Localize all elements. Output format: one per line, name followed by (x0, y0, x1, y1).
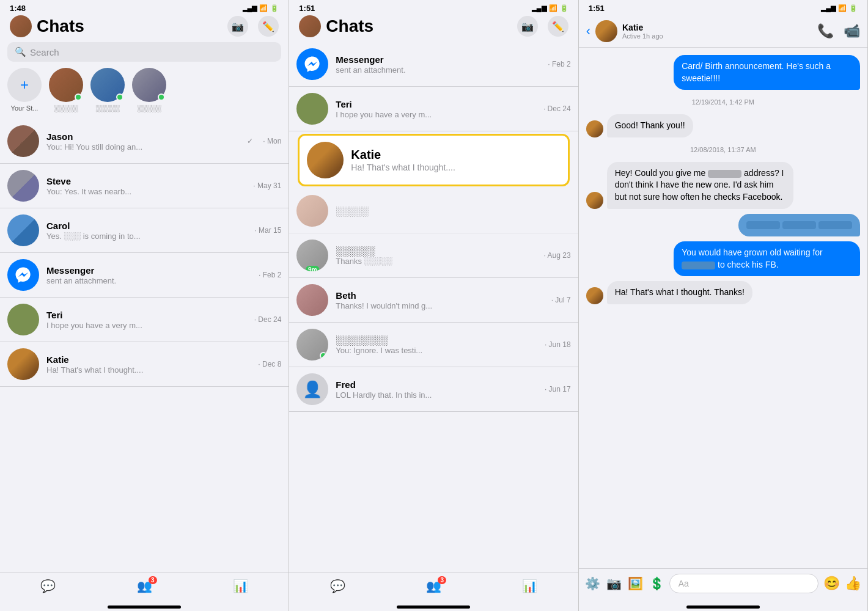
chat-item-teri2[interactable]: Teri I hope you have a very m... · Dec 2… (289, 87, 578, 131)
story-avatar-3 (132, 68, 166, 102)
battery-icon-2: 🔋 (560, 4, 568, 12)
story-item-2[interactable]: ░░░░░ (90, 68, 125, 112)
chat-content-unknown1: ░░░░░░ Thanks ░░░░░ (336, 246, 536, 266)
search-bar-1[interactable]: 🔍 Search (7, 42, 281, 62)
chat-preview-fred: LOL Hardly that. In this in... (336, 390, 537, 400)
chat-item-steve[interactable]: Steve You: Yes. It was nearb... · May 31 (0, 164, 289, 208)
camera-input-icon[interactable]: 📷 (606, 576, 622, 591)
wifi-icon-3: 📶 (838, 4, 847, 12)
chat-item-messenger1[interactable]: Messenger sent an attachment. · Feb 2 (0, 253, 289, 298)
chat-item-beth[interactable]: Beth Thanks! I wouldn't mind g... · Jul … (289, 278, 578, 323)
status-icons-3: ▂▄▆ 📶 🔋 (821, 4, 858, 12)
bubble-received-3: Ha! That's what I thought. Thanks! (607, 281, 752, 304)
chat-item-carol[interactable]: Carol Yes. ░░░ is coming in to... · Mar … (0, 208, 289, 253)
chat-item-jason[interactable]: Jason You: Hi! You still doing an... ✓ ·… (0, 119, 289, 164)
avatar-chris (296, 195, 328, 227)
chat-time-unknown1: · Aug 23 (544, 251, 571, 260)
chat-name-unknown2: ░░░░░░░░ (336, 335, 537, 345)
people-badge-2: 3 (438, 576, 446, 584)
battery-icon-3: 🔋 (849, 4, 858, 12)
chat-item-katie1[interactable]: Katie Ha! That's what I thought.... · De… (0, 342, 289, 387)
dots-icon[interactable]: ⚙️ (585, 576, 600, 591)
msg-row-6: Ha! That's what I thought. Thanks! (586, 281, 860, 304)
avatar-messenger1 (7, 259, 39, 291)
avatar-fred: 👤 (296, 373, 328, 405)
user-avatar-1[interactable] (10, 15, 32, 37)
chat-preview-steve: You: Yes. It was nearb... (46, 187, 246, 196)
tab-people-2[interactable]: 👥 3 (426, 579, 441, 593)
chat-content-beth: Beth Thanks! I wouldn't mind g... (336, 290, 543, 310)
msg-row-2: Good! Thank you!! (586, 114, 860, 137)
chat-content-jason: Jason You: Hi! You still doing an... (46, 131, 240, 152)
search-placeholder-1: Search (30, 47, 59, 57)
story-item-1[interactable]: ░░░░░ (49, 68, 83, 112)
tab-chats-1[interactable]: 💬 (40, 579, 56, 593)
avatar-unknown1: 9m (296, 240, 328, 271)
chat-name-chris: ░░░░░ (336, 206, 570, 216)
chat-time-jason: · Mon (263, 137, 281, 145)
contact-avatar[interactable] (595, 20, 617, 42)
status-time-2: 1:51 (299, 4, 315, 13)
photo-input-icon[interactable]: 🖼️ (628, 576, 643, 591)
compose-button-2[interactable]: ✏️ (548, 16, 568, 37)
tab-discover-2[interactable]: 📊 (522, 579, 537, 593)
msg-row-5: You would have grown old waiting for to … (586, 241, 860, 276)
katie-highlight-container: Katie Ha! That's what I thought.... (289, 134, 578, 186)
thumbs-up-icon[interactable]: 👍 (845, 576, 861, 591)
chat-time-messenger2: · Feb 2 (548, 60, 570, 68)
chat-preview-jason: You: Hi! You still doing an... (46, 142, 240, 152)
status-bar-3: 1:51 ▂▄▆ 📶 🔋 (579, 0, 867, 15)
chat-preview-unknown1: Thanks ░░░░░ (336, 257, 536, 266)
user-avatar-2[interactable] (299, 15, 321, 37)
compose-button-1[interactable]: ✏️ (258, 16, 279, 37)
tab-discover-1[interactable]: 📊 (233, 579, 248, 593)
chat-tab-icon-2: 💬 (330, 579, 345, 593)
dollar-icon[interactable]: 💲 (649, 576, 664, 591)
story-avatar-2 (90, 68, 125, 102)
chat-item-teri[interactable]: Teri I hope you have a very m... · Dec 2… (0, 298, 289, 342)
story-avatar-1 (49, 68, 83, 102)
bubble-received-1: Good! Thank you!! (607, 114, 693, 137)
camera-button-1[interactable]: 📷 (227, 16, 248, 37)
chat-preview-teri2: I hope you have a very m... (336, 110, 536, 119)
message-input[interactable]: Aa (669, 574, 818, 593)
discover-tab-icon-2: 📊 (522, 579, 537, 593)
chat-item-unknown2[interactable]: ░░░░░░░░ You: Ignore. I was testi... · J… (289, 323, 578, 367)
status-bar-2: 1:51 ▂▄▆ 📶 🔋 (289, 0, 578, 15)
status-time-1: 1:48 (10, 4, 26, 13)
chat-item-katie2-highlighted[interactable]: Katie Ha! That's what I thought.... (298, 134, 569, 186)
video-call-icon[interactable]: 📹 (844, 23, 860, 39)
chat-preview-messenger2: sent an attachment. (336, 65, 540, 75)
back-button[interactable]: ‹ (586, 23, 590, 39)
header-icons-2: 📷 ✏️ (517, 16, 568, 37)
tab-chats-2[interactable]: 💬 (330, 579, 345, 593)
add-story-avatar: + (7, 68, 42, 102)
panel-2-chats: 1:51 ▂▄▆ 📶 🔋 Chats 📷 ✏️ Messenger sent a… (289, 0, 578, 611)
stories-row-1: + Your St... ░░░░░ ░░░░░ ░░░░░ (0, 68, 289, 119)
chat-time-unknown2: · Jun 18 (545, 340, 571, 349)
chat-item-messenger2[interactable]: Messenger sent an attachment. · Feb 2 (289, 42, 578, 87)
add-story[interactable]: + Your St... (7, 68, 42, 112)
phone-call-icon[interactable]: 📞 (817, 23, 834, 39)
chat-time-steve: · May 31 (253, 181, 281, 190)
chat-content-chris: ░░░░░ (336, 206, 570, 216)
wifi-icon-1: 📶 (259, 4, 268, 12)
chat-item-unknown1[interactable]: 9m ░░░░░░ Thanks ░░░░░ · Aug 23 (289, 233, 578, 278)
tab-people-1[interactable]: 👥 3 (137, 579, 152, 593)
chat-item-fred[interactable]: 👤 Fred LOL Hardly that. In this in... · … (289, 367, 578, 412)
chat-name-jason: Jason (46, 131, 240, 142)
chat-name-carol: Carol (46, 221, 247, 231)
bubble-sent-1: Card/ Birth announcement. He's such a sw… (674, 55, 860, 90)
panel-3-conversation: 1:51 ▂▄▆ 📶 🔋 ‹ Katie Active 1h ago 📞 📹 C… (579, 0, 868, 611)
home-indicator-3 (686, 606, 760, 609)
chat-item-chris[interactable]: ░░░░░ (289, 189, 578, 233)
avatar-jason (7, 125, 39, 157)
chat-time-messenger1: · Feb 2 (259, 271, 281, 279)
chat-content-katie2: Katie Ha! That's what I thought.... (351, 148, 560, 172)
story-item-3[interactable]: ░░░░░ (132, 68, 166, 112)
camera-button-2[interactable]: 📷 (517, 16, 538, 37)
emoji-icon[interactable]: 😊 (823, 576, 840, 591)
tab-bar-2: 💬 👥 3 📊 (289, 572, 578, 606)
wifi-icon-2: 📶 (549, 4, 557, 12)
story-label-2: ░░░░░ (96, 104, 120, 112)
